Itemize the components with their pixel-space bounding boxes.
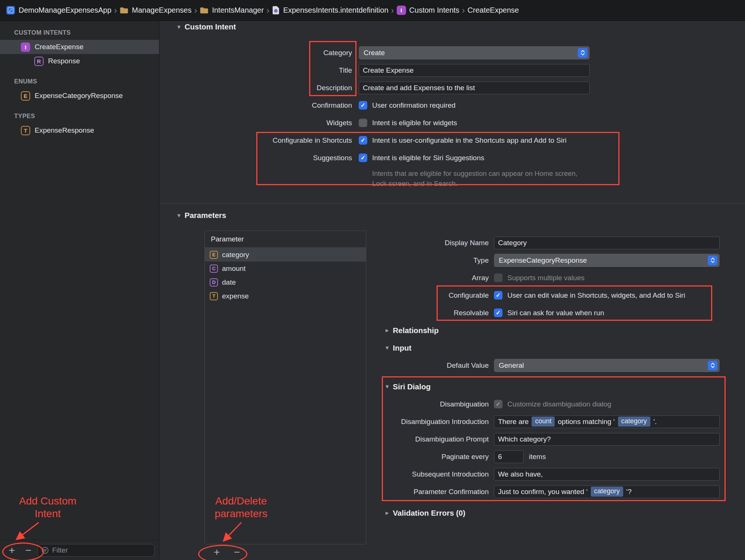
remove-intent-button[interactable]: − [21,545,36,556]
paginate-field[interactable]: 6 [494,450,524,463]
breadcrumb-label: ExpensesIntents.intentdefinition [283,6,388,15]
filter-field[interactable]: Filter [37,544,155,557]
relationship-section-header[interactable]: ▸ Relationship [380,322,720,339]
type-badge-icon: T [21,126,30,135]
popup-stepper-icon [578,48,587,58]
subsequent-introduction-field[interactable]: We also have, [494,468,720,481]
suggestions-help-text: Intents that are eligible for suggestion… [359,168,590,189]
array-label: Array [380,274,489,282]
type-popup[interactable]: ExpenseCategoryResponse [494,254,720,267]
parameter-row-amount[interactable]: C amount [205,262,366,275]
disambiguation-checkbox [494,400,503,408]
filter-icon [41,547,49,554]
parameter-row-label: date [222,278,236,287]
breadcrumb-item-custom-intents[interactable]: I Custom Intents [397,6,460,15]
folder-icon [200,7,209,14]
sidebar-toolbar: + − Filter [0,540,159,560]
input-title: Input [393,344,412,352]
disambiguation-prompt-field[interactable]: Which category? [494,433,720,446]
resolvable-checkbox[interactable] [494,309,503,317]
dialog-text: ’. [653,418,657,426]
category-label: Category [159,49,352,57]
widgets-checkbox[interactable] [359,118,367,127]
default-value-popup[interactable]: General [494,359,720,372]
sidebar-section-enums: ENUMS [0,68,159,89]
input-section-header[interactable]: ▾ Input [380,339,720,357]
disambiguation-label: Disambiguation [380,400,489,408]
count-token-pill[interactable]: count [532,417,555,427]
xcode-intent-editor-window: { "breadcrumb": { "items": [ { "label": … [0,0,745,560]
description-field[interactable]: Create and add Expenses to the list [359,82,590,94]
disambiguation-prompt-value: Which category? [498,435,551,443]
display-name-field[interactable]: Category [494,237,720,249]
breadcrumb-item-createexpense[interactable]: CreateExpense [467,6,519,15]
custom-intent-section-header[interactable]: ▾ Custom Intent [177,22,236,31]
parameter-row-date[interactable]: D date [205,275,366,289]
paginate-row: Paginate every 6 items [380,448,720,465]
validation-errors-section-header[interactable]: ▸ Validation Errors (0) [380,504,720,522]
enum-badge-icon: E [21,91,30,101]
siri-dialog-section-header[interactable]: ▾ Siri Dialog [380,378,720,395]
resolvable-row: Resolvable Siri can ask for value when r… [380,304,720,322]
display-name-label: Display Name [380,239,489,247]
type-popup-value: ExpenseCategoryResponse [499,256,587,265]
remove-parameter-button[interactable]: − [229,547,244,557]
add-intent-button[interactable]: + [4,545,19,556]
validation-errors-title: Validation Errors (0) [393,509,466,518]
chevron-down-icon: ▾ [386,345,389,351]
currency-badge-icon: C [210,265,218,273]
date-badge-icon: D [210,278,218,287]
category-row: Category Create [159,44,599,61]
parameters-table-header: Parameter [205,231,366,248]
parameter-row-label: expense [222,292,249,300]
description-label: Description [159,84,352,92]
title-field[interactable]: Create Expense [359,64,590,77]
parameter-confirmation-field[interactable]: Just to confirm, you wanted ‘ category ’… [494,485,720,498]
disambiguation-introduction-field[interactable]: There are count options matching ‘ categ… [494,415,720,428]
confirmation-text: User confirmation required [372,101,456,110]
configurable-checkbox[interactable] [494,291,503,300]
dialog-text: ’? [626,488,632,496]
siri-dialog-title: Siri Dialog [393,382,431,391]
sidebar-item-expensecategoryresponse[interactable]: E ExpenseCategoryResponse [0,89,159,103]
disambiguation-prompt-row: Disambiguation Prompt Which category? [380,430,720,448]
subsequent-introduction-row: Subsequent Introduction We also have, [380,465,720,483]
parameters-section-header[interactable]: ▾ Parameters [177,211,226,220]
subsequent-introduction-value: We also have, [498,470,543,478]
configurable-in-shortcuts-text: Intent is user-configurable in the Short… [372,136,567,145]
chevron-right-icon: ▸ [386,327,389,333]
breadcrumb-item-group-manageexpenses[interactable]: ManageExpenses [120,6,191,15]
section-title: Parameters [185,211,226,220]
sidebar-item-label: ExpenseCategoryResponse [35,92,123,100]
breadcrumb-item-project[interactable]: DemoManageExpensesApp [6,6,111,15]
sidebar-item-expenseresponse[interactable]: T ExpenseResponse [0,123,159,137]
add-parameter-button[interactable]: + [209,547,224,557]
resolvable-label: Resolvable [380,309,489,317]
intent-badge-icon: I [397,6,406,15]
breadcrumb-separator-icon: › [191,6,200,15]
response-badge-icon: R [34,57,44,66]
sidebar-item-createexpense[interactable]: I CreateExpense [0,40,159,54]
enum-badge-icon: E [210,251,218,259]
parameters-toolbar: + − [209,547,244,557]
popup-stepper-icon [708,256,717,265]
breadcrumb-item-group-intentsmanager[interactable]: IntentsManager [200,6,264,15]
dialog-text: Just to confirm, you wanted ‘ [498,488,588,496]
breadcrumb-separator-icon: › [264,6,272,15]
subsequent-introduction-label: Subsequent Introduction [380,470,489,478]
configurable-label: Configurable [380,291,489,300]
category-token-pill[interactable]: category [618,417,650,427]
category-token-pill[interactable]: category [591,487,623,497]
breadcrumb-item-intentdefinition-file[interactable]: ExpensesIntents.intentdefinition [272,6,388,15]
parameter-row-category[interactable]: E category [205,248,366,262]
parameter-row-expense[interactable]: T expense [205,289,366,303]
breadcrumb-separator-icon: › [111,6,120,15]
confirmation-checkbox[interactable] [359,101,367,110]
paginate-label: Paginate every [380,453,489,461]
sidebar-item-response[interactable]: R Response [0,54,159,68]
configurable-in-shortcuts-checkbox[interactable] [359,136,367,145]
suggestions-note-row: Intents that are eligible for suggestion… [159,167,599,189]
suggestions-checkbox[interactable] [359,154,367,162]
category-popup[interactable]: Create [359,46,590,60]
configurable-row: Configurable User can edit value in Shor… [380,287,720,304]
